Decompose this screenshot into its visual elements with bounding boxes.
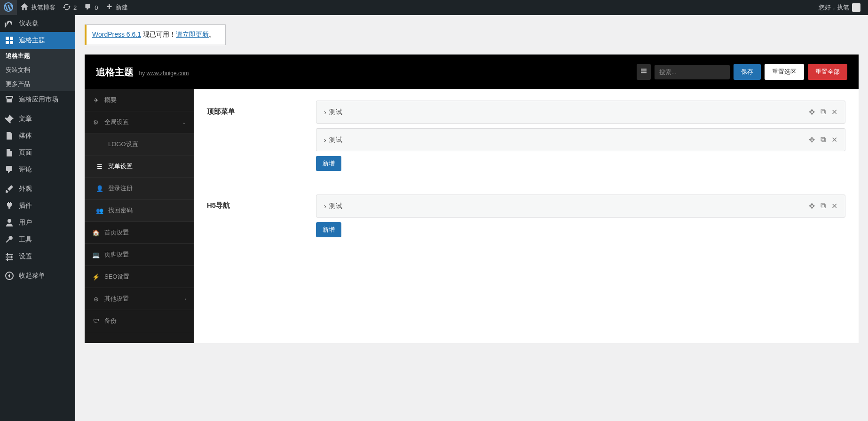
wrench-icon [5,235,14,244]
menu-tools[interactable]: 工具 [0,231,75,248]
nav-seo[interactable]: ⚡ SEO设置 [85,266,194,288]
add-top-menu-button[interactable]: 新增 [316,156,341,171]
toggle-all-button[interactable] [637,64,651,80]
menu-marketplace[interactable]: 追格应用市场 [0,91,75,108]
copy-icon[interactable]: ⧉ [821,202,826,210]
main-content: WordPress 6.6.1 现已可用！请立即更新。 追格主题 by www.… [75,15,868,421]
new-content-link[interactable]: 新建 [102,0,132,15]
repeater-title: 测试 [329,108,342,117]
nav-global[interactable]: ⚙ 全局设置 ⌄ [85,111,194,133]
nav-logo[interactable]: LOGO设置 [85,133,194,156]
update-notice: WordPress 6.6.1 现已可用！请立即更新。 [85,24,226,45]
submenu-docs[interactable]: 安装文档 [0,63,75,77]
user-icon [5,218,14,227]
hamburger-icon: ☰ [96,163,103,170]
comments-link[interactable]: 0 [80,0,102,15]
site-name: 执笔博客 [31,3,55,12]
gear-icon: ⚙ [92,119,100,126]
close-icon[interactable]: ✕ [831,135,837,144]
copy-icon[interactable]: ⧉ [821,108,826,117]
refresh-icon [63,3,71,12]
menu-pages[interactable]: 页面 [0,144,75,161]
repeater-item[interactable]: › 测试 ✥ ⧉ ✕ [316,195,845,218]
toggle-list-icon [640,67,647,77]
store-icon [5,95,14,104]
key-icon: 👥 [96,207,103,214]
pin-icon [5,114,14,124]
menu-appearance[interactable]: 外观 [0,180,75,197]
nav-other[interactable]: ⊕ 其他设置 › [85,288,194,310]
wp-logo[interactable] [0,0,17,15]
wp-sidebar: 仪表盘 追格主题 追格主题 安装文档 更多产品 追格应用市场 文章 媒体 页面 … [0,15,75,421]
user-plus-icon: 👤 [96,185,103,192]
nav-footer[interactable]: 💻 页脚设置 [85,244,194,266]
sliders-icon [5,252,14,261]
copy-icon[interactable]: ⧉ [821,135,826,144]
avatar [852,3,860,12]
menu-posts[interactable]: 文章 [0,110,75,127]
field-h5-nav: H5导航 › 测试 ✥ ⧉ ✕ [207,195,845,237]
menu-collapse[interactable]: 收起菜单 [0,267,75,284]
nav-password[interactable]: 👥 找回密码 [85,200,194,222]
chevron-right-icon: › [324,109,326,116]
menu-plugins[interactable]: 插件 [0,197,75,214]
rocket-icon: ✈ [92,97,100,104]
updates-count: 2 [73,4,77,11]
theme-panel: 追格主题 by www.zhuige.com 保存 重置选区 重置全部 [85,55,859,343]
save-button[interactable]: 保存 [734,64,761,80]
theme-link[interactable]: www.zhuige.com [147,70,189,77]
add-h5-nav-button[interactable]: 新增 [316,222,341,237]
home-icon [21,3,28,12]
menu-zhuige-theme[interactable]: 追格主题 [0,32,75,49]
close-icon[interactable]: ✕ [831,108,837,117]
greeting-text: 您好，执笔 [819,3,849,12]
account-link[interactable]: 您好，执笔 [815,3,864,12]
site-link[interactable]: 执笔博客 [17,0,59,15]
wordpress-icon [4,2,13,13]
settings-nav: ✈ 概要 ⚙ 全局设置 ⌄ LOGO设置 ☰ 菜单设置 [85,89,194,343]
close-icon[interactable]: ✕ [831,202,837,210]
search-input[interactable] [655,65,730,79]
submenu-theme[interactable]: 追格主题 [0,49,75,63]
update-version-link[interactable]: WordPress 6.6.1 [92,31,141,38]
monitor-icon: 💻 [92,251,100,258]
field-label-h5-nav: H5导航 [207,195,316,237]
comment-icon [84,3,92,12]
move-icon[interactable]: ✥ [809,135,815,144]
repeater-title: 测试 [329,136,342,144]
new-label: 新建 [116,3,128,12]
menu-users[interactable]: 用户 [0,214,75,231]
media-icon [5,131,14,140]
plus-circle-icon: ⊕ [92,296,100,303]
repeater-item[interactable]: › 测试 ✥ ⧉ ✕ [316,101,845,124]
menu-dashboard[interactable]: 仪表盘 [0,15,75,32]
menu-settings[interactable]: 设置 [0,248,75,265]
chevron-down-icon: ⌄ [182,119,186,125]
nav-login[interactable]: 👤 登录注册 [85,178,194,200]
reset-section-button[interactable]: 重置选区 [765,64,804,80]
page-icon [5,148,14,157]
update-now-link[interactable]: 请立即更新 [176,31,209,38]
move-icon[interactable]: ✥ [809,202,815,210]
reset-all-button[interactable]: 重置全部 [808,64,847,80]
menu-comments[interactable]: 评论 [0,161,75,178]
field-label-top-menu: 顶部菜单 [207,101,316,171]
admin-bar: 执笔博客 2 0 新建 您好，执笔 [0,0,868,15]
nav-homepage[interactable]: 🏠 首页设置 [85,222,194,244]
house-icon: 🏠 [92,229,100,236]
nav-overview[interactable]: ✈ 概要 [85,89,194,111]
plus-icon [105,3,113,12]
updates-link[interactable]: 2 [59,0,80,15]
nav-backup[interactable]: 🛡 备份 [85,310,194,332]
bolt-icon: ⚡ [92,273,100,281]
nav-menu[interactable]: ☰ 菜单设置 [85,156,194,178]
grid-icon [5,36,14,45]
collapse-icon [5,271,14,281]
move-icon[interactable]: ✥ [809,108,815,117]
menu-media[interactable]: 媒体 [0,127,75,144]
repeater-item[interactable]: › 测试 ✥ ⧉ ✕ [316,128,845,151]
chevron-right-icon: › [184,296,186,302]
dashboard-icon [5,19,14,28]
chevron-right-icon: › [324,203,326,210]
submenu-more[interactable]: 更多产品 [0,77,75,91]
